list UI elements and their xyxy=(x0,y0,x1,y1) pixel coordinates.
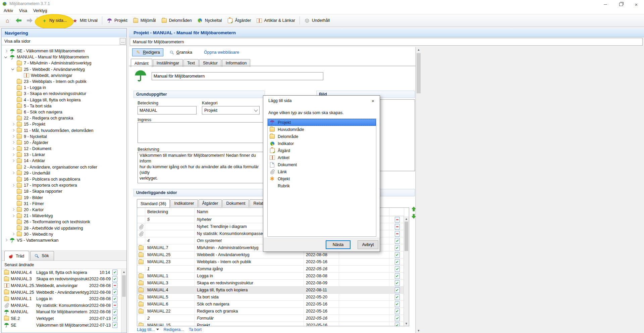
recent-item[interactable]: MANUAL.Ny statistik: Konsumtionskom2022-… xyxy=(2,302,121,309)
scrollbar-thumb[interactable] xyxy=(405,222,408,251)
tree-expander-icon[interactable] xyxy=(11,129,14,132)
page-type-indikator[interactable]: Indikator xyxy=(268,140,376,147)
kategori-select[interactable]: Projekt xyxy=(202,106,260,114)
recent-list-scrollbar[interactable]: ▲ xyxy=(121,269,126,333)
page-name-input[interactable] xyxy=(152,72,323,80)
scroll-down-icon[interactable]: ▼ xyxy=(404,321,409,326)
ingress-textarea[interactable] xyxy=(138,122,265,143)
tree-item[interactable]: 10 - Åtgärder xyxy=(2,140,126,146)
tree-item[interactable]: 11 - Mål, huvudområden, delområden xyxy=(2,127,126,133)
dialog-title-bar[interactable]: Lägg till sida xyxy=(263,96,380,106)
toolbar-button-underh-ll[interactable]: Underhåll xyxy=(302,16,333,25)
tree-item[interactable]: 31 - Filmer xyxy=(2,201,126,207)
tree-item[interactable]: 2 - Användare, organisationer och roller xyxy=(2,164,126,170)
beskrivning-textarea[interactable]: Välkommen till manualen för Miljöbaromet… xyxy=(138,152,265,183)
tree-expander-icon[interactable] xyxy=(4,56,7,59)
scroll-up-icon[interactable]: ▲ xyxy=(404,216,409,221)
beteckning-input[interactable] xyxy=(138,106,197,114)
page-type-delomr-de[interactable]: Delområde xyxy=(268,133,376,140)
scroll-up-icon[interactable]: ▲ xyxy=(416,47,421,52)
tree-item[interactable]: 23 - Webbplats - Intern och publik xyxy=(2,79,126,85)
tree-item[interactable]: 18 - Skapa rapporter xyxy=(2,188,126,194)
scroll-down-icon[interactable]: ▼ xyxy=(416,328,421,333)
tree-item[interactable]: 21 - Mätverktyg xyxy=(2,213,126,219)
next-button[interactable]: Nästa xyxy=(326,240,351,249)
tree-item[interactable]: 12 - Dokument xyxy=(2,146,126,152)
toolbar-button-arrow-left[interactable] xyxy=(13,16,24,25)
tree-item[interactable]: 26 - Textformatering och texthistorik xyxy=(2,219,126,225)
tree-item[interactable]: MANUAL - Manual för Miljöbarometern xyxy=(2,54,126,60)
page-type-projekt[interactable]: Projekt xyxy=(268,119,376,126)
dialog-close-button[interactable]: × xyxy=(366,96,380,106)
recent-item[interactable]: MANUAL.3Skapa en redovisningsstruktu2022… xyxy=(2,276,121,283)
tree-item[interactable]: 5 - Ta bort sida xyxy=(2,103,126,109)
table-row[interactable]: 2Formulär2022-05-16✔ xyxy=(137,315,409,322)
tree-item[interactable]: Webbedit, anvisningar xyxy=(2,73,126,79)
tree-item[interactable]: 17 - Importera och exportera xyxy=(2,182,126,188)
tree-item[interactable]: 15 - Projekt xyxy=(2,121,126,127)
toolbar-button-arrow-right[interactable] xyxy=(24,16,35,25)
main-scrollbar[interactable]: ▲ ▼ xyxy=(416,47,421,333)
table-row[interactable]: MANUAL.5Ta bort sida2022-05-20✔ xyxy=(137,294,409,301)
preview-button[interactable]: Granska xyxy=(166,49,195,56)
tree-item[interactable]: VS - Vattensamverkan xyxy=(2,237,126,243)
tree-expander-icon[interactable] xyxy=(11,123,14,126)
tree-item[interactable]: 22 - Redigera och granska xyxy=(2,115,126,121)
subtab-standard-36[interactable]: Standard (36) xyxy=(137,199,170,207)
page-type-objekt[interactable]: ✱Objekt xyxy=(268,175,376,182)
tree-expander-icon[interactable] xyxy=(4,50,7,53)
tree-item[interactable]: 30 - Webedit ny xyxy=(2,231,126,237)
tab-search[interactable]: Sök xyxy=(30,251,54,260)
toolbar-button-artiklar-l-nkar[interactable]: Artiklar & Länkar xyxy=(254,16,298,25)
table-row[interactable]: MANUAL.1Logga in2022-08-08✔ xyxy=(137,273,409,280)
table-column-header[interactable]: Beteckning xyxy=(145,208,195,216)
tree-item[interactable]: 6 - Sök och navigera xyxy=(2,109,126,115)
scrollbar-thumb[interactable] xyxy=(417,53,421,93)
tree-item[interactable]: 28 - Arbetsflöde vid uppdatering xyxy=(2,225,126,231)
tree-expander-icon[interactable] xyxy=(11,215,14,218)
breadcrumb[interactable]: Manual för Miljöbarometern xyxy=(130,38,643,46)
toolbar-button-delomr-den[interactable]: Delområden xyxy=(159,16,195,25)
page-type-huvudomr-de[interactable]: Huvudområde xyxy=(268,126,376,133)
tree-item[interactable]: 25 - Webbedit - Användarverktyg xyxy=(2,66,126,73)
tree-filter-more-button[interactable]: … xyxy=(120,38,126,45)
toolbar-button-tg-rder[interactable]: ✔Åtgärder xyxy=(224,16,254,25)
tree-filter-bar[interactable]: Visa alla sidor … xyxy=(2,37,126,45)
tab-tree[interactable]: Träd xyxy=(4,251,29,261)
tree-expander-icon[interactable] xyxy=(11,172,14,175)
tree-item[interactable]: 3 - Skapa en redovisningsstruktur xyxy=(2,91,126,97)
table-row[interactable]: MANUAL.4Lägga till, flytta och kopiera20… xyxy=(137,287,409,294)
page-type-dokument[interactable]: Dokument xyxy=(268,161,376,168)
page-type-tg-rd[interactable]: ✔Åtgärd xyxy=(268,147,376,154)
tree-expander-icon[interactable] xyxy=(11,159,14,162)
toolbar-button-home[interactable]: ⌂ xyxy=(2,16,13,25)
tree-expander-icon[interactable] xyxy=(11,135,14,138)
table-row[interactable]: MANUAL.3Skapa en redovisningsstruktur202… xyxy=(137,280,409,287)
link-l-gg-till[interactable]: Lägg till... xyxy=(137,327,159,332)
recent-item[interactable]: SE.2Verktyget2022-07-13✔ xyxy=(2,315,121,322)
table-row[interactable]: MANUAL.23Webbplats - Intern och publik20… xyxy=(137,258,409,266)
subtab-tg-rder[interactable]: Åtgärder xyxy=(199,199,222,207)
toolbar-button-mitt-urval[interactable]: ★Mitt Urval xyxy=(69,16,100,25)
table-scrollbar[interactable]: ▲ ▼ xyxy=(404,216,409,326)
scroll-up-icon[interactable]: ▲ xyxy=(121,269,126,274)
tree-item[interactable]: 13 - Länkar xyxy=(2,152,126,158)
recent-item[interactable]: MANUAL.1Logga in2022-08-08✔ xyxy=(2,295,121,302)
open-browser-link[interactable]: Öppna webbläsare xyxy=(204,50,239,55)
tree-item[interactable]: SE - Välkommen till Miljöbarometern xyxy=(2,48,126,54)
recent-item[interactable]: MANUAL.4Lägga till, flytta och kopiera10… xyxy=(2,269,121,276)
tree-expander-icon[interactable] xyxy=(4,239,7,242)
tree-expander-icon[interactable] xyxy=(11,208,14,211)
link-redigera[interactable]: Redigera... xyxy=(164,327,184,332)
cancel-button[interactable]: Avbryt xyxy=(358,240,378,249)
tree-expander-icon[interactable] xyxy=(11,233,14,236)
tree-item[interactable]: 14 - Artiklar xyxy=(2,158,126,164)
table-row[interactable]: MANUAL.25Webbedit - Användarverktyg2022-… xyxy=(137,251,409,258)
tree-expander-icon[interactable] xyxy=(11,141,14,144)
tree-expander-icon[interactable] xyxy=(11,153,14,156)
tree-item[interactable]: 19 - Bilder xyxy=(2,195,126,201)
tree-item[interactable]: 9 - Nyckeltal xyxy=(2,134,126,140)
toolbar-button-nyckeltal[interactable]: Nyckeltal xyxy=(195,16,225,25)
table-column-header[interactable] xyxy=(137,208,145,216)
link-ta-bort[interactable]: Ta bort xyxy=(189,327,202,332)
